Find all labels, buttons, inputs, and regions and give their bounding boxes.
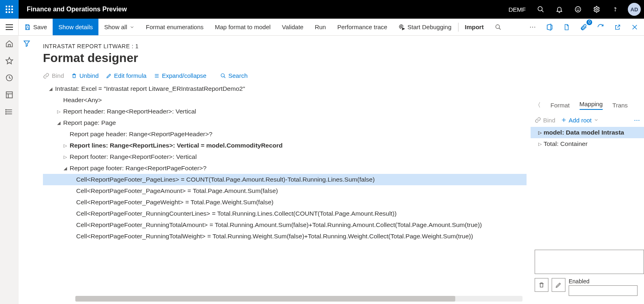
format-tree: ◢Intrastat: Excel = "Intrastat report Li… <box>43 83 527 242</box>
tab-format[interactable]: Format <box>550 102 570 109</box>
save-label: Save <box>33 24 47 30</box>
tree-row[interactable]: ◢Report page footer: Range<ReportPageFoo… <box>43 163 527 174</box>
company-selector[interactable]: DEMF <box>503 6 532 13</box>
tree-row[interactable]: Cell<ReportPageFooter_RunningTotalWeight… <box>43 231 527 242</box>
right-tabs: 〈 Format Mapping Trans <box>531 101 644 113</box>
start-debugging-button[interactable]: Start Debugging <box>393 19 457 35</box>
add-root-button[interactable]: Add root <box>561 117 599 124</box>
show-all-button[interactable]: Show all <box>98 19 140 35</box>
formula-textarea[interactable] <box>535 250 644 274</box>
document-icon[interactable] <box>560 20 574 34</box>
mapping-bind-button: Bind <box>535 117 555 124</box>
top-bar: Finance and Operations Preview DEMF AD <box>0 0 644 19</box>
tree-row[interactable]: ▷Report footer: Range<ReportFooter>: Ver… <box>43 151 527 163</box>
tree-row[interactable]: Cell<ReportPageFooter_PageAmount> = Tota… <box>43 185 527 197</box>
search-button[interactable]: Search <box>220 72 248 79</box>
link-icon <box>43 73 49 79</box>
app-title: Finance and Operations Preview <box>19 6 135 13</box>
filter-icon[interactable] <box>23 40 30 304</box>
validate-button[interactable]: Validate <box>276 19 309 35</box>
menu-toggle-button[interactable] <box>0 19 19 35</box>
avatar[interactable]: AD <box>628 3 641 16</box>
delete-button[interactable] <box>535 278 548 292</box>
right-panel: 〈 Format Mapping Trans Bind Add root <box>531 36 644 304</box>
more-icon[interactable]: ⋯ <box>526 20 540 34</box>
tree-row[interactable]: Cell<ReportPageFooter_RunningCounterLine… <box>43 208 527 219</box>
run-button[interactable]: Run <box>309 19 332 35</box>
favorites-icon[interactable] <box>5 57 13 65</box>
edit-button[interactable] <box>552 278 565 292</box>
svg-point-35 <box>221 73 224 77</box>
save-button[interactable]: Save <box>19 19 53 35</box>
mapping-row[interactable]: ▷Total: Container <box>531 138 644 150</box>
show-details-button[interactable]: Show details <box>53 19 98 35</box>
chevron-left-icon[interactable]: 〈 <box>535 101 541 109</box>
svg-point-6 <box>615 11 615 11</box>
expand-collapse-button[interactable]: Expand/collapse <box>154 72 207 79</box>
plus-icon <box>561 117 567 123</box>
tree-row[interactable]: ◢Report page: Page <box>43 117 527 128</box>
mapping-row-selected[interactable]: ▷model: Data model Intrasta <box>531 127 644 138</box>
import-button[interactable]: Import <box>459 19 490 35</box>
tree-row-selected[interactable]: Cell<ReportPageFooter_PageLines> = COUNT… <box>43 174 527 185</box>
tab-mapping[interactable]: Mapping <box>580 101 603 110</box>
home-icon[interactable] <box>5 40 13 48</box>
show-all-label: Show all <box>104 24 127 30</box>
svg-marker-20 <box>6 58 13 64</box>
save-icon <box>24 24 31 30</box>
tree-row[interactable]: Report page header: Range<ReportPageHead… <box>43 128 527 140</box>
horizontal-scrollbar[interactable] <box>75 296 522 302</box>
tree-row[interactable]: Header<Any> <box>43 94 527 106</box>
svg-point-10 <box>401 26 402 27</box>
unbind-button[interactable]: Unbind <box>71 72 99 79</box>
performance-trace-button[interactable]: Performance trace <box>332 19 393 35</box>
expand-icon[interactable]: ▷ <box>55 106 62 117</box>
popout-icon[interactable] <box>611 20 625 34</box>
svg-point-30 <box>6 113 6 114</box>
recent-icon[interactable] <box>5 74 13 82</box>
gear-icon[interactable] <box>587 0 606 19</box>
collapse-icon[interactable]: ◢ <box>47 83 54 94</box>
collapse-icon[interactable]: ◢ <box>55 117 62 128</box>
expand-icon[interactable]: ▷ <box>62 151 69 163</box>
workspaces-icon[interactable] <box>5 91 13 99</box>
edit-formula-button[interactable]: Edit formula <box>106 72 147 79</box>
modules-icon[interactable] <box>5 108 13 116</box>
chevron-down-icon <box>594 118 599 122</box>
mapping-more-icon[interactable]: ⋯ <box>634 116 640 124</box>
expand-icon[interactable]: ▷ <box>536 127 544 138</box>
format-enumerations-button[interactable]: Format enumerations <box>140 19 209 35</box>
bell-icon[interactable] <box>550 0 569 19</box>
tab-transformations[interactable]: Trans <box>612 102 628 109</box>
tree-row[interactable]: ◢Intrastat: Excel = "Intrastat report Li… <box>43 83 527 94</box>
collapse-icon[interactable]: ◢ <box>62 163 69 174</box>
cmdbar-search-button[interactable] <box>489 19 507 35</box>
expand-icon[interactable]: ▷ <box>536 138 544 150</box>
smile-icon[interactable] <box>569 0 587 19</box>
page-title: Format designer <box>43 51 527 65</box>
mapping-toolbar: Bind Add root ⋯ <box>531 113 644 127</box>
refresh-icon[interactable] <box>594 20 608 34</box>
close-icon[interactable] <box>628 20 642 34</box>
tree-row[interactable]: Cell<ReportPageFooter_RunningTotalAmount… <box>43 219 527 231</box>
office-icon[interactable] <box>543 20 557 34</box>
svg-point-2 <box>575 6 581 12</box>
left-nav-rail <box>0 36 19 304</box>
tree-row[interactable]: Cell<ReportPageFooter_PageWeight> = Tota… <box>43 197 527 208</box>
map-format-to-model-button[interactable]: Map format to model <box>209 19 277 35</box>
tree-row[interactable]: ▷Report header: Range<ReportHeader>: Ver… <box>43 106 527 117</box>
enabled-input[interactable] <box>569 285 638 296</box>
tree-row[interactable]: ▷Report lines: Range<ReportLines>: Verti… <box>43 140 527 151</box>
search-icon[interactable] <box>531 0 550 19</box>
svg-line-13 <box>499 28 501 30</box>
list-icon <box>154 73 160 79</box>
svg-marker-11 <box>402 28 404 30</box>
svg-point-29 <box>6 111 6 112</box>
help-icon[interactable] <box>606 0 625 19</box>
expand-icon[interactable]: ▷ <box>62 140 69 151</box>
attachments-icon[interactable] <box>577 20 591 34</box>
svg-line-1 <box>542 10 544 12</box>
app-launcher-button[interactable] <box>0 0 19 19</box>
right-panel-bottom: Enabled <box>535 250 644 296</box>
enabled-label: Enabled <box>569 278 638 285</box>
